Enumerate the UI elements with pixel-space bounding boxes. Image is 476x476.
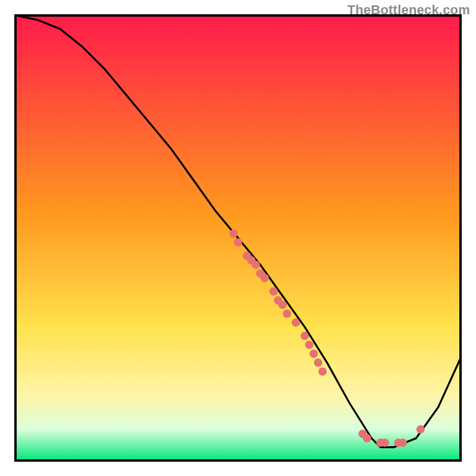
data-point [305,341,314,349]
data-point [309,350,318,358]
data-point [278,300,287,309]
data-point [318,367,327,375]
data-point [399,439,407,447]
data-point [314,358,322,367]
data-point [252,261,260,269]
chart-svg [0,0,476,476]
data-point [283,309,291,318]
data-point [416,425,425,434]
data-point [230,230,238,238]
data-point [234,239,242,247]
data-point [261,274,269,282]
data-point [292,318,300,327]
data-point [381,439,389,447]
data-point [363,434,371,443]
data-point [300,332,309,340]
data-point [270,287,278,296]
chart-stage: TheBottleneck.com [0,0,476,476]
attribution-label: TheBottleneck.com [347,2,470,18]
